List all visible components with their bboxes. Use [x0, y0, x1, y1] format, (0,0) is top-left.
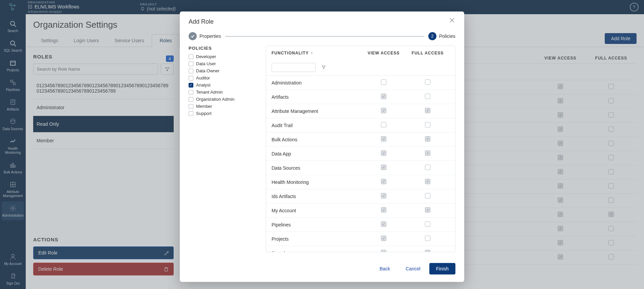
sort-asc-icon[interactable] — [311, 51, 313, 55]
cancel-button[interactable]: Cancel — [399, 263, 427, 274]
policy-checkbox-developer[interactable]: Developer — [189, 54, 260, 59]
full-access-checkbox[interactable] — [425, 193, 430, 198]
full-access-checkbox[interactable] — [425, 108, 430, 113]
full-access-checkbox[interactable] — [425, 179, 430, 184]
modal-functionality-row: Artifacts — [266, 90, 455, 104]
view-access-checkbox[interactable] — [381, 79, 386, 85]
back-button[interactable]: Back — [373, 263, 397, 274]
policy-checkbox-data-owner[interactable]: Data Owner — [189, 68, 260, 73]
checkbox-icon — [189, 76, 193, 80]
policy-checkbox-support[interactable]: Support — [189, 111, 260, 116]
modal-functionality-row: Projects — [266, 232, 455, 246]
filter-icon — [322, 65, 326, 69]
checkbox-icon — [189, 69, 193, 73]
policies-list: POLICIES DeveloperData UserData OwnerAud… — [189, 46, 260, 252]
checkbox-icon — [189, 54, 193, 59]
view-access-checkbox[interactable] — [381, 136, 386, 142]
modal-functionality-row: Administration — [266, 76, 455, 90]
modal-scrim: Add Role Properties 2 Policies POLICIES … — [0, 0, 644, 289]
view-access-checkbox[interactable] — [381, 193, 386, 198]
policy-checkbox-data-user[interactable]: Data User — [189, 61, 260, 66]
policy-checkbox-organization-admin[interactable]: Organization Admin — [189, 97, 260, 102]
modal-close-button[interactable] — [449, 18, 457, 26]
full-access-checkbox[interactable] — [425, 221, 430, 227]
checkbox-icon — [189, 90, 193, 95]
svg-marker-37 — [322, 66, 325, 69]
modal-functionality-row: Health Monitoring — [266, 175, 455, 189]
view-access-checkbox[interactable] — [381, 250, 386, 252]
checkbox-icon — [189, 104, 193, 109]
full-access-checkbox[interactable] — [425, 236, 430, 241]
modal-functionality-filter-button[interactable] — [319, 63, 328, 72]
modal-functionality-row: Audit Trail — [266, 118, 455, 133]
policy-checkbox-member[interactable]: Member — [189, 104, 260, 109]
close-icon — [449, 18, 455, 23]
view-access-checkbox[interactable] — [381, 221, 386, 227]
finish-button[interactable]: Finish — [429, 263, 455, 274]
full-access-checkbox[interactable] — [425, 250, 430, 252]
add-role-modal: Add Role Properties 2 Policies POLICIES … — [180, 11, 464, 282]
modal-functionality-row: Attribute Management — [266, 104, 455, 118]
checkbox-icon — [189, 97, 193, 102]
step-policies[interactable]: 2 Policies — [428, 32, 455, 40]
modal-functionality-row: Ids Artifacts — [266, 189, 455, 203]
modal-title: Add Role — [189, 18, 455, 25]
view-access-checkbox[interactable] — [381, 108, 386, 113]
modal-functionality-row: Data App — [266, 147, 455, 161]
modal-functionality-row: My Account — [266, 203, 455, 218]
policy-checkbox-auditor[interactable]: Auditor — [189, 75, 260, 80]
policy-checkbox-tenant-admin[interactable]: Tenant Admin — [189, 90, 260, 95]
full-access-checkbox[interactable] — [425, 122, 430, 127]
modal-functionality-table: FUNCTIONALITY VIEW ACCESS FULL ACCESS Ad… — [266, 46, 455, 252]
step-properties[interactable]: Properties — [189, 32, 221, 40]
full-access-checkbox[interactable] — [425, 150, 430, 156]
check-icon — [191, 34, 195, 38]
view-access-checkbox[interactable] — [381, 207, 386, 213]
checkbox-icon — [189, 111, 193, 116]
full-access-checkbox[interactable] — [425, 165, 430, 170]
modal-functionality-row: Data Sources — [266, 161, 455, 175]
view-access-checkbox[interactable] — [381, 179, 386, 184]
checkbox-icon — [189, 83, 193, 88]
view-access-checkbox[interactable] — [381, 165, 386, 170]
view-access-checkbox[interactable] — [381, 150, 386, 156]
stepper: Properties 2 Policies — [180, 29, 464, 46]
view-access-checkbox[interactable] — [381, 236, 386, 241]
modal-functionality-row: Bulk Actions — [266, 133, 455, 147]
modal-functionality-row: Pipelines — [266, 218, 455, 232]
modal-functionality-search-input[interactable] — [272, 63, 316, 72]
checkbox-icon — [189, 62, 193, 66]
full-access-checkbox[interactable] — [425, 136, 430, 142]
view-access-checkbox[interactable] — [381, 94, 386, 99]
full-access-checkbox[interactable] — [425, 207, 430, 213]
full-access-checkbox[interactable] — [425, 94, 430, 99]
modal-functionality-row: Search — [266, 246, 455, 252]
view-access-checkbox[interactable] — [381, 122, 386, 127]
policy-checkbox-analyst[interactable]: Analyst — [189, 82, 260, 88]
full-access-checkbox[interactable] — [425, 79, 430, 85]
